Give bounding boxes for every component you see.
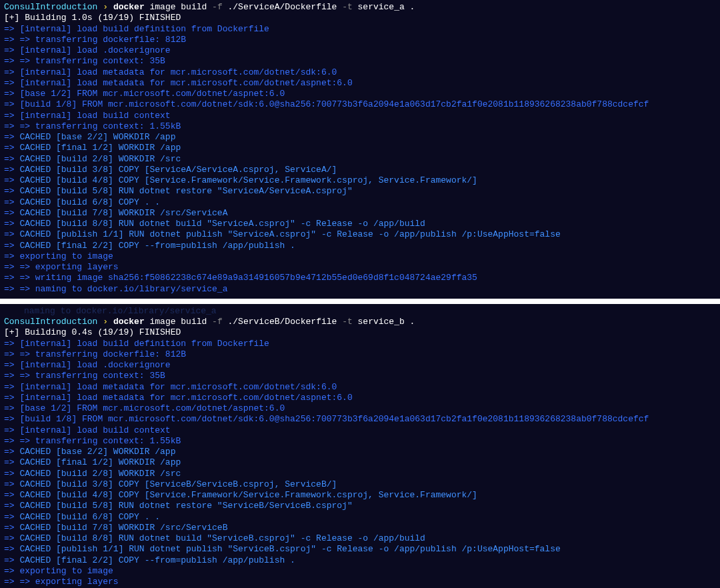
log-line: => CACHED [build 3/8] COPY [ServiceA/Ser… xyxy=(4,165,716,175)
log-line: => [internal] load metadata for mcr.micr… xyxy=(4,67,716,78)
log-text: exporting layers xyxy=(35,577,119,587)
arrow-icon: => xyxy=(4,219,19,229)
arrow-icon: => xyxy=(4,523,19,533)
log-text: writing image sha256:f50862238c674e89a9a… xyxy=(35,273,477,283)
log-text: [internal] load metadata for mcr.microso… xyxy=(19,393,352,403)
arrow-icon: => => xyxy=(4,273,35,283)
log-text: transferring context: 1.55kB xyxy=(35,436,181,446)
log-line: => exporting to image xyxy=(4,566,716,577)
arrow-icon: => xyxy=(4,382,19,392)
prompt-line: ConsulIntroduction › docker image build … xyxy=(4,317,716,327)
log-text: CACHED [build 7/8] WORKDIR /src/ServiceA xyxy=(19,208,227,218)
log-line: => => transferring context: 1.55kB xyxy=(4,121,716,132)
arrow-icon: => xyxy=(4,45,19,55)
command-arg: service_b . xyxy=(353,317,415,327)
log-line: => [internal] load build context xyxy=(4,425,716,436)
log-text: CACHED [final 1/2] WORKDIR /app xyxy=(19,457,181,467)
arrow-icon: => xyxy=(4,393,19,403)
arrow-icon: => xyxy=(4,403,19,413)
arrow-icon: => xyxy=(4,414,19,424)
arrow-icon: => xyxy=(4,24,19,34)
arrow-icon: => xyxy=(4,544,19,554)
log-line: => CACHED [build 5/8] RUN dotnet restore… xyxy=(4,501,716,511)
prompt-path: ConsulIntroduction xyxy=(4,2,97,12)
arrow-icon: => xyxy=(4,490,19,500)
log-line: => [internal] load build definition from… xyxy=(4,339,716,349)
arrow-icon: => xyxy=(4,251,19,261)
log-line: => => exporting layers xyxy=(4,262,716,273)
log-text: [internal] load .dockerignore xyxy=(19,45,170,55)
log-line: => CACHED [build 6/8] COPY . . xyxy=(4,197,716,208)
log-text: CACHED [build 8/8] RUN dotnet build "Ser… xyxy=(19,533,425,543)
prompt-path: ConsulIntroduction xyxy=(4,317,97,327)
arrow-icon: => xyxy=(4,89,19,99)
log-line: => => exporting layers xyxy=(4,577,716,587)
terminal-block[interactable]: ConsulIntroduction › docker image build … xyxy=(0,0,720,299)
log-text: CACHED [build 5/8] RUN dotnet restore "S… xyxy=(19,186,352,196)
log-text: [internal] load .dockerignore xyxy=(19,360,170,370)
terminal-block[interactable]: naming to docker.io/library/service_aCon… xyxy=(0,304,720,588)
log-line: => => transferring context: 1.55kB xyxy=(4,436,716,447)
log-text: CACHED [build 2/8] WORKDIR /src xyxy=(19,154,181,164)
log-text: [internal] load build context xyxy=(19,111,170,121)
log-text: CACHED [final 2/2] COPY --from=publish /… xyxy=(19,241,295,251)
log-line: => CACHED [build 3/8] COPY [ServiceB/Ser… xyxy=(4,479,716,490)
command-name: docker xyxy=(113,2,145,12)
log-line: => => transferring context: 35B xyxy=(4,56,716,67)
log-line: => CACHED [base 2/2] WORKDIR /app xyxy=(4,447,716,457)
log-text: CACHED [build 3/8] COPY [ServiceB/Servic… xyxy=(19,479,337,489)
log-line: => [build 1/8] FROM mcr.microsoft.com/do… xyxy=(4,414,716,425)
arrow-icon: => xyxy=(4,479,19,489)
log-text: transferring context: 35B xyxy=(35,56,165,66)
log-line: => [base 1/2] FROM mcr.microsoft.com/dot… xyxy=(4,403,716,414)
log-line: => CACHED [build 2/8] WORKDIR /src xyxy=(4,154,716,165)
log-text: CACHED [final 2/2] COPY --from=publish /… xyxy=(19,555,295,565)
log-text: transferring context: 1.55kB xyxy=(35,121,181,131)
log-text: CACHED [build 6/8] COPY . . xyxy=(19,512,160,522)
log-line: => CACHED [build 5/8] RUN dotnet restore… xyxy=(4,186,716,197)
arrow-icon: => xyxy=(4,229,19,239)
log-text: CACHED [build 4/8] COPY [Service.Framewo… xyxy=(19,490,477,500)
arrow-icon: => xyxy=(4,197,19,207)
arrow-icon: => xyxy=(4,512,19,522)
command-arg: ./ServiceA/Dockerfile xyxy=(223,2,342,12)
log-text: CACHED [publish 1/1] RUN dotnet publish … xyxy=(19,544,560,554)
log-line: => [internal] load build definition from… xyxy=(4,24,716,35)
log-line: => CACHED [final 2/2] COPY --from=publis… xyxy=(4,555,716,566)
log-text: CACHED [build 7/8] WORKDIR /src/ServiceB xyxy=(19,523,227,533)
command-text: image build xyxy=(145,317,212,327)
arrow-icon: => xyxy=(4,555,19,565)
arrow-icon: => xyxy=(4,566,19,576)
arrow-icon: => xyxy=(4,186,19,196)
arrow-icon: => xyxy=(4,339,19,349)
command-flag: -t xyxy=(342,2,353,12)
log-line: => CACHED [final 1/2] WORKDIR /app xyxy=(4,143,716,153)
command-flag: -t xyxy=(342,317,353,327)
arrow-icon: => xyxy=(4,208,19,218)
arrow-icon: => => xyxy=(4,56,35,66)
log-text: transferring dockerfile: 812B xyxy=(35,35,186,45)
log-text: CACHED [base 2/2] WORKDIR /app xyxy=(19,132,175,142)
arrow-icon: => xyxy=(4,165,19,175)
log-line: => CACHED [final 2/2] COPY --from=publis… xyxy=(4,241,716,251)
log-line: => CACHED [build 6/8] COPY . . xyxy=(4,512,716,523)
prompt-separator: › xyxy=(103,317,108,327)
log-text: CACHED [publish 1/1] RUN dotnet publish … xyxy=(19,229,560,239)
log-line: => => transferring context: 35B xyxy=(4,371,716,381)
log-line: => CACHED [final 1/2] WORKDIR /app xyxy=(4,457,716,468)
arrow-icon: => xyxy=(4,78,19,88)
log-line: => [build 1/8] FROM mcr.microsoft.com/do… xyxy=(4,99,716,110)
arrow-icon: => xyxy=(4,425,19,435)
arrow-icon: => xyxy=(4,67,19,77)
build-status-line: [+] Building 1.0s (19/19) FINISHED xyxy=(4,13,716,23)
faded-prev-line: naming to docker.io/library/service_a xyxy=(4,306,716,317)
log-line: => [base 1/2] FROM mcr.microsoft.com/dot… xyxy=(4,89,716,99)
arrow-icon: => => xyxy=(4,284,35,294)
log-line: => [internal] load metadata for mcr.micr… xyxy=(4,393,716,403)
log-text: CACHED [build 3/8] COPY [ServiceA/Servic… xyxy=(19,165,337,175)
log-line: => => naming to docker.io/library/servic… xyxy=(4,284,716,295)
log-line: => CACHED [build 4/8] COPY [Service.Fram… xyxy=(4,490,716,501)
log-line: => CACHED [build 8/8] RUN dotnet build "… xyxy=(4,533,716,544)
arrow-icon: => xyxy=(4,111,19,121)
log-text: [build 1/8] FROM mcr.microsoft.com/dotne… xyxy=(19,99,649,109)
